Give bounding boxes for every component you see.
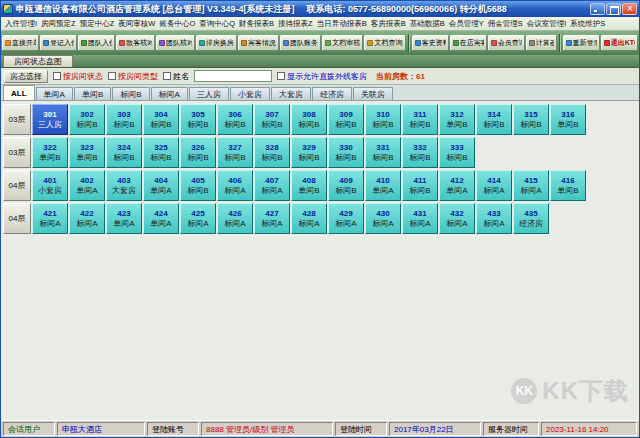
filter-by-name-checkbox[interactable]: 姓名: [163, 71, 189, 82]
room-type-tab-1[interactable]: 单间A: [36, 87, 73, 100]
menu-item-2[interactable]: 房间预定Z: [39, 19, 78, 29]
menu-item-13[interactable]: 佣金管理S: [486, 19, 525, 29]
toolbar-button-exit[interactable]: 退出KTC: [601, 35, 638, 51]
room-cell[interactable]: 404单间A: [143, 170, 179, 201]
room-cell[interactable]: 314标间B: [476, 104, 512, 135]
room-cell[interactable]: 415标间A: [513, 170, 549, 201]
room-cell[interactable]: 429标间A: [328, 203, 364, 234]
room-cell[interactable]: 327标间B: [217, 137, 253, 168]
room-cell[interactable]: 308标间B: [291, 104, 327, 135]
room-cell[interactable]: 328标间B: [254, 137, 290, 168]
room-cell[interactable]: 316单间B: [550, 104, 586, 135]
room-cell[interactable]: 332标间B: [402, 137, 438, 168]
menu-item-12[interactable]: 会员管理Y: [447, 19, 486, 29]
room-cell[interactable]: 322单间B: [32, 137, 68, 168]
toolbar-button-invoice[interactable]: 直接开单: [2, 35, 39, 51]
toolbar-button-inhouse-guest[interactable]: 在店宾客: [450, 35, 487, 51]
toolbar-button-group-checkin[interactable]: 团队入住: [78, 35, 115, 51]
menu-item-9[interactable]: 当日异动报表B: [315, 19, 369, 29]
menu-item-11[interactable]: 基础数据B: [408, 19, 447, 29]
menu-item-5[interactable]: 账务中心O: [157, 19, 197, 29]
room-cell[interactable]: 406标间A: [217, 170, 253, 201]
floor-button[interactable]: 03层: [3, 104, 31, 135]
room-cell[interactable]: 305标间B: [180, 104, 216, 135]
room-type-tab-6[interactable]: 小套房: [230, 87, 270, 100]
room-cell[interactable]: 430标间A: [365, 203, 401, 234]
room-cell[interactable]: 325标间B: [143, 137, 179, 168]
room-cell[interactable]: 333标间B: [439, 137, 475, 168]
room-cell[interactable]: 412单间A: [439, 170, 475, 201]
room-cell[interactable]: 421标间A: [32, 203, 68, 234]
room-cell[interactable]: 329标间B: [291, 137, 327, 168]
panel-tab-room-status-map[interactable]: 房间状态盘图: [3, 55, 73, 67]
filter-by-type-checkbox[interactable]: 按房间类型: [108, 71, 158, 82]
menu-item-7[interactable]: 财务报表B: [237, 19, 276, 29]
room-cell[interactable]: 301三人房: [32, 104, 68, 135]
checkbox-icon[interactable]: [108, 72, 116, 80]
room-type-tab-0[interactable]: ALL: [3, 85, 35, 100]
toolbar-button-guest-history[interactable]: 客史资料: [412, 35, 449, 51]
room-cell[interactable]: 407标间A: [254, 170, 290, 201]
room-cell[interactable]: 411标间B: [402, 170, 438, 201]
room-cell[interactable]: 427标间A: [254, 203, 290, 234]
minimize-icon[interactable]: [590, 3, 605, 15]
menu-item-15[interactable]: 系统维护S: [568, 19, 607, 29]
room-cell[interactable]: 435经济房: [513, 203, 549, 234]
room-type-tab-8[interactable]: 经济房: [312, 87, 352, 100]
floor-button[interactable]: 04层: [3, 203, 31, 234]
room-cell[interactable]: 330标间B: [328, 137, 364, 168]
room-cell[interactable]: 331标间B: [365, 137, 401, 168]
room-cell[interactable]: 303标间B: [106, 104, 142, 135]
toolbar-button-doc-search[interactable]: 文档查询B: [364, 35, 405, 51]
close-icon[interactable]: [622, 3, 637, 15]
room-type-tab-2[interactable]: 单间B: [74, 87, 111, 100]
filter-by-status-checkbox[interactable]: 按房间状态: [53, 71, 103, 82]
guest-name-input[interactable]: [194, 70, 272, 82]
room-cell[interactable]: 402单间A: [69, 170, 105, 201]
room-cell[interactable]: 306标间B: [217, 104, 253, 135]
room-cell[interactable]: 414标间A: [476, 170, 512, 201]
room-cell[interactable]: 302标间B: [69, 104, 105, 135]
floor-button[interactable]: 03层: [3, 137, 31, 168]
checkbox-icon[interactable]: [163, 72, 171, 80]
toolbar-button-checkin[interactable]: 登记入住: [40, 35, 77, 51]
room-cell[interactable]: 416单间B: [550, 170, 586, 201]
toolbar-button-guest-audit[interactable]: 散客核对I: [116, 35, 155, 51]
menu-item-8[interactable]: 接待报表Z: [276, 19, 315, 29]
room-type-tab-3[interactable]: 标间B: [112, 87, 149, 100]
room-cell[interactable]: 310标间B: [365, 104, 401, 135]
menu-item-1[interactable]: 入住管理I: [3, 19, 39, 29]
room-cell[interactable]: 410单间A: [365, 170, 401, 201]
floor-button[interactable]: 04层: [3, 170, 31, 201]
menu-item-10[interactable]: 客房报表B: [369, 19, 408, 29]
room-cell[interactable]: 431标间A: [402, 203, 438, 234]
menu-item-6[interactable]: 查询中心Q: [197, 19, 237, 29]
toolbar-button-relogin[interactable]: 重新登录: [563, 35, 600, 51]
room-type-tab-7[interactable]: 大套房: [271, 87, 311, 100]
toolbar-button-member-search[interactable]: 会员查询: [488, 35, 525, 51]
toolbar-button-guest-info[interactable]: 宾客情况B: [238, 35, 279, 51]
room-cell[interactable]: 323单间B: [69, 137, 105, 168]
toolbar-button-group-account[interactable]: 团队账务B: [280, 35, 321, 51]
room-cell[interactable]: 426标间A: [217, 203, 253, 234]
room-cell[interactable]: 428标间A: [291, 203, 327, 234]
room-type-tab-9[interactable]: 关联房: [353, 87, 393, 100]
room-cell[interactable]: 401小套房: [32, 170, 68, 201]
checkbox-icon[interactable]: [53, 72, 61, 80]
show-direct-dial-checkbox[interactable]: 显示允许直拨外线客房: [277, 71, 367, 82]
menu-item-4[interactable]: 夜间审核W: [116, 19, 157, 29]
toolbar-button-room-change[interactable]: 排房换房B: [196, 35, 237, 51]
room-cell[interactable]: 424单间A: [143, 203, 179, 234]
checkbox-icon[interactable]: [277, 72, 285, 80]
room-cell[interactable]: 324标间B: [106, 137, 142, 168]
maximize-icon[interactable]: [606, 3, 621, 15]
room-cell[interactable]: 432标间A: [439, 203, 475, 234]
room-cell[interactable]: 405标间B: [180, 170, 216, 201]
room-cell[interactable]: 312单间B: [439, 104, 475, 135]
toolbar-button-calculator[interactable]: 计算器: [526, 35, 557, 51]
room-cell[interactable]: 311标间B: [402, 104, 438, 135]
room-cell[interactable]: 315标间B: [513, 104, 549, 135]
room-cell[interactable]: 304标间B: [143, 104, 179, 135]
room-cell[interactable]: 422标间A: [69, 203, 105, 234]
room-type-tab-5[interactable]: 三人房: [189, 87, 229, 100]
